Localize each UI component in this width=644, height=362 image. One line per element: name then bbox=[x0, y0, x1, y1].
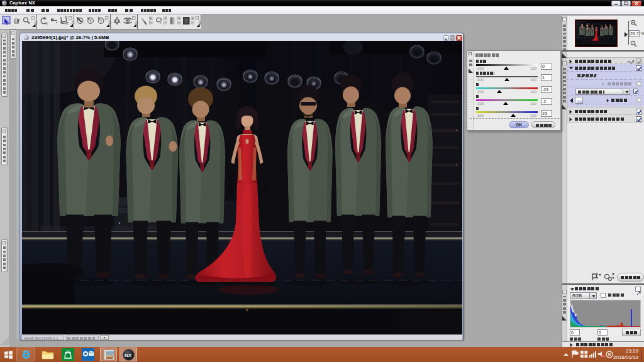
svg-text:F5: F5 bbox=[135, 21, 138, 25]
svg-text:F6: F6 bbox=[198, 21, 202, 25]
svg-text:F4: F4 bbox=[108, 21, 111, 25]
svg-text:F3: F3 bbox=[71, 21, 75, 25]
svg-text:F2: F2 bbox=[34, 21, 38, 25]
